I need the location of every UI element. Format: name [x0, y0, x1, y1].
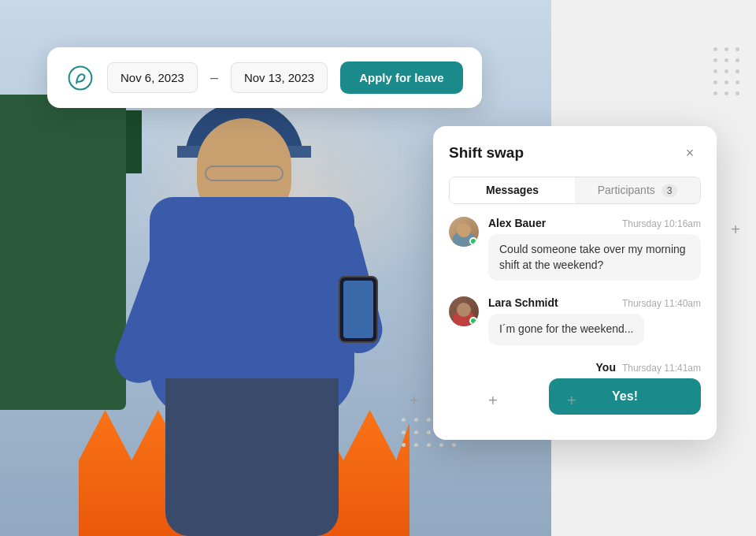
tab-participants[interactable]: Participants 3 [575, 177, 700, 203]
time-lara: Thursday 11:40am [622, 298, 701, 309]
avatar-lara [449, 296, 479, 326]
close-button[interactable]: × [679, 142, 701, 164]
worker-phone [339, 276, 378, 343]
worker-glasses [205, 166, 284, 181]
plus-decoration-mid-right: + [731, 221, 740, 239]
message-content-lara: Lara Schmidt Thursday 11:40am I´m gone f… [488, 296, 701, 345]
message-lara: Lara Schmidt Thursday 11:40am I´m gone f… [449, 296, 701, 345]
worker-body [126, 102, 378, 465]
worker-jeans [165, 378, 339, 536]
plus-decoration-bottom-1: + [410, 392, 419, 410]
time-alex: Thursday 10:16am [622, 218, 701, 229]
online-indicator-alex [469, 237, 477, 245]
panel-tabs: Messages Participants 3 [449, 177, 701, 204]
panel-header: Shift swap × [433, 126, 717, 164]
author-lara: Lara Schmidt [488, 296, 558, 309]
author-alex: Alex Bauer [488, 217, 546, 229]
bubble-alex: Could someone take over my morning shift… [488, 234, 701, 281]
plus-decoration-bottom-2: + [488, 392, 498, 410]
bubble-lara: I´m gone for the weekend... [488, 314, 644, 345]
date-start[interactable]: Nov 6, 2023 [107, 62, 198, 93]
date-separator: – [210, 69, 218, 86]
phone-screen [343, 281, 373, 338]
time-you: Thursday 11:41am [622, 363, 701, 374]
message-alex: Alex Bauer Thursday 10:16am Could someon… [449, 217, 701, 281]
date-end[interactable]: Nov 13, 2023 [231, 62, 328, 93]
apply-leave-button[interactable]: Apply for leave [340, 61, 463, 94]
participants-badge: 3 [662, 184, 678, 197]
message-content-alex: Alex Bauer Thursday 10:16am Could someon… [488, 217, 701, 281]
personio-logo [66, 64, 94, 92]
message-meta-you: You Thursday 11:41am [596, 361, 701, 374]
panel-title: Shift swap [449, 144, 524, 162]
message-meta-lara: Lara Schmidt Thursday 11:40am [488, 296, 701, 309]
leave-card: Nov 6, 2023 – Nov 13, 2023 Apply for lea… [47, 47, 482, 108]
message-meta-alex: Alex Bauer Thursday 10:16am [488, 217, 701, 229]
svg-point-0 [69, 66, 92, 89]
dot-grid-top-right [713, 47, 742, 98]
online-indicator-lara [469, 317, 477, 325]
tab-messages[interactable]: Messages [450, 177, 575, 203]
you-label: You [596, 361, 616, 374]
avatar-alex [449, 217, 479, 247]
worker-area [79, 102, 433, 481]
plus-decoration-bottom-3: + [567, 392, 576, 410]
